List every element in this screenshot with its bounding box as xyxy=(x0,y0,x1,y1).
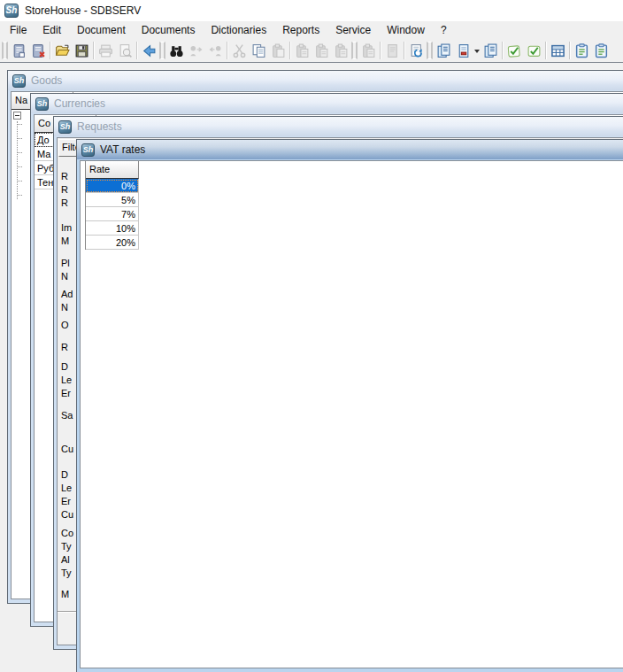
form-field-label: N xyxy=(61,302,68,313)
form-field-label: R xyxy=(61,197,68,208)
form-field-label: Ad xyxy=(61,289,73,299)
document-gray-icon[interactable] xyxy=(382,41,402,60)
document-delete-icon[interactable] xyxy=(28,41,48,60)
vat-column-header[interactable]: Rate xyxy=(86,161,139,179)
folder-open-icon[interactable] xyxy=(52,41,72,60)
cut-icon[interactable] xyxy=(229,41,249,60)
toolbar-drag-handle[interactable] xyxy=(2,42,8,59)
window-icon: Sh xyxy=(12,74,26,88)
table-grid-icon[interactable] xyxy=(548,41,567,60)
paste-special-icon[interactable] xyxy=(292,41,312,60)
menu-dictionaries[interactable]: Dictionaries xyxy=(203,21,274,39)
form-field-label: Pl xyxy=(61,258,70,268)
window-currencies-title: Currencies xyxy=(54,97,105,110)
form-field-label: D xyxy=(61,469,68,480)
menu-documents[interactable]: Documents xyxy=(134,21,204,39)
window-goods-titlebar[interactable]: Sh Goods xyxy=(8,71,623,90)
clipboard-list-icon[interactable] xyxy=(572,41,591,60)
vat-rate-row[interactable]: 7% xyxy=(86,207,139,221)
paste-icon[interactable] xyxy=(268,41,288,60)
app-titlebar[interactable]: Sh StoreHouse - SDBSERV xyxy=(0,0,623,21)
copy-icon[interactable] xyxy=(249,41,268,60)
menu-file[interactable]: File xyxy=(2,21,35,39)
tree-collapse-icon[interactable] xyxy=(13,112,21,120)
form-field-label: N xyxy=(61,271,68,282)
form-field-label: Ty xyxy=(61,541,72,552)
form-field-label: Er xyxy=(61,496,71,506)
window-vat-titlebar[interactable]: Sh VAT rates xyxy=(77,140,623,159)
documents-copy-icon[interactable] xyxy=(481,41,500,60)
menu-service[interactable]: Service xyxy=(327,21,379,39)
form-field-label: O xyxy=(61,320,69,330)
print-preview-icon[interactable] xyxy=(115,41,135,60)
dropdown-arrow-icon[interactable] xyxy=(473,41,481,60)
find-prev-icon[interactable] xyxy=(205,41,225,60)
window-icon: Sh xyxy=(58,120,72,134)
tree-branch xyxy=(18,152,22,153)
menu-edit[interactable]: Edit xyxy=(35,21,69,39)
tree-branch xyxy=(18,181,22,182)
form-field-label: M xyxy=(61,236,69,246)
toolbar-separator xyxy=(93,42,94,59)
tree-branch xyxy=(18,166,22,167)
paste-special-icon[interactable] xyxy=(331,41,350,60)
checkbox-checked2-icon[interactable] xyxy=(524,41,543,60)
form-field-label: Ty xyxy=(61,568,72,578)
toolbar-separator xyxy=(289,42,290,59)
form-field-label: D xyxy=(61,361,68,372)
document-refresh-icon[interactable] xyxy=(406,41,426,60)
vat-rate-row[interactable]: 0% xyxy=(86,179,139,193)
find-next-icon[interactable] xyxy=(186,41,205,60)
toolbar-drag-handle[interactable] xyxy=(427,42,433,59)
paste-special-icon[interactable] xyxy=(358,41,378,60)
back-arrow-icon[interactable] xyxy=(139,41,158,60)
documents-copy-icon[interactable] xyxy=(434,41,453,60)
toolbar-drag-handle[interactable] xyxy=(351,42,358,59)
clipboard-list-icon[interactable] xyxy=(591,41,611,60)
form-field-label: Cu xyxy=(61,509,73,520)
form-field-label: Le xyxy=(61,483,72,493)
toolbar-separator xyxy=(136,42,137,59)
save-icon[interactable] xyxy=(72,41,91,60)
toolbar xyxy=(0,39,623,62)
document-edit-icon[interactable] xyxy=(9,41,28,60)
vat-rates-table: Rate 0%5%7%10%20% xyxy=(85,161,139,250)
window-requests-title: Requests xyxy=(77,120,122,133)
checkbox-checked-icon[interactable] xyxy=(504,41,524,60)
window-requests-titlebar[interactable]: Sh Requests xyxy=(54,117,623,136)
window-vat-body: Rate 0%5%7%10%20% xyxy=(80,160,623,668)
find-icon[interactable] xyxy=(166,41,186,60)
window-icon: Sh xyxy=(35,97,49,111)
tree-line xyxy=(17,121,18,199)
window-vat-title: VAT rates xyxy=(100,143,145,156)
print-icon[interactable] xyxy=(96,41,115,60)
paste-special-icon[interactable] xyxy=(312,41,331,60)
menubar: FileEditDocumentDocumentsDictionariesRep… xyxy=(0,21,623,39)
toolbar-separator xyxy=(227,42,227,59)
toolbar-separator xyxy=(404,42,404,59)
form-field-label: R xyxy=(61,184,68,195)
toolbar-separator xyxy=(380,42,381,59)
window-vat-rates[interactable]: Sh VAT rates Rate 0%5%7%10%20% xyxy=(76,139,623,672)
menu-help[interactable]: ? xyxy=(433,21,455,39)
toolbar-drag-handle[interactable] xyxy=(159,42,165,59)
menu-reports[interactable]: Reports xyxy=(274,21,327,39)
window-currencies-titlebar[interactable]: Sh Currencies xyxy=(31,94,623,113)
vat-rate-row[interactable]: 10% xyxy=(86,221,139,236)
window-goods-title: Goods xyxy=(31,74,62,87)
tree-branch xyxy=(18,124,22,125)
window-icon: Sh xyxy=(81,143,95,157)
mdi-client-area: Sh Goods Na Sh Currencies Co ДоМаРубТен … xyxy=(0,62,623,672)
menu-window[interactable]: Window xyxy=(379,21,433,39)
tree-branch xyxy=(18,138,22,139)
form-field-label: R xyxy=(61,171,68,182)
toolbar-separator xyxy=(545,42,546,59)
vat-rate-row[interactable]: 5% xyxy=(86,193,139,207)
vat-rate-row[interactable]: 20% xyxy=(86,236,139,250)
menu-document[interactable]: Document xyxy=(69,21,134,39)
toolbar-separator xyxy=(502,42,503,59)
form-field-label: Er xyxy=(61,388,71,398)
toolbar-separator xyxy=(50,42,50,59)
form-field-label: M xyxy=(61,589,69,599)
document-remove-icon[interactable] xyxy=(453,41,473,60)
